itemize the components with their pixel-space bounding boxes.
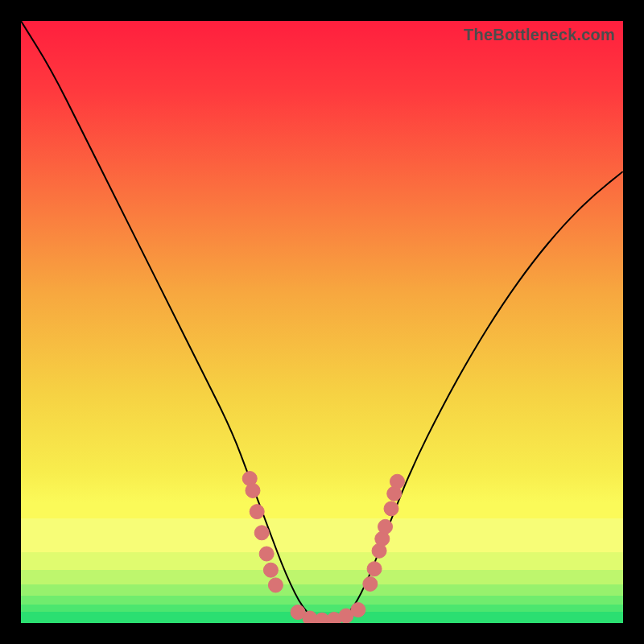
data-marker bbox=[254, 526, 269, 540]
outer-frame: TheBottleneck.com bbox=[0, 0, 644, 644]
data-marker bbox=[390, 474, 405, 489]
svg-rect-1 bbox=[21, 552, 623, 570]
data-marker bbox=[351, 603, 365, 617]
data-marker bbox=[363, 576, 378, 591]
bottom-bands bbox=[21, 518, 623, 623]
data-marker bbox=[367, 562, 382, 576]
data-marker bbox=[268, 578, 283, 592]
plot-area: TheBottleneck.com bbox=[21, 21, 623, 623]
svg-rect-0 bbox=[21, 518, 623, 552]
data-marker bbox=[250, 505, 264, 519]
svg-rect-3 bbox=[21, 584, 623, 596]
data-marker bbox=[384, 502, 398, 516]
data-marker bbox=[263, 563, 278, 577]
svg-rect-2 bbox=[21, 570, 623, 584]
watermark-text: TheBottleneck.com bbox=[464, 26, 615, 44]
data-marker bbox=[246, 483, 260, 497]
data-marker bbox=[378, 519, 393, 534]
bottleneck-chart bbox=[21, 21, 623, 623]
svg-rect-4 bbox=[21, 596, 623, 605]
svg-rect-5 bbox=[21, 605, 623, 612]
data-marker bbox=[259, 547, 274, 561]
